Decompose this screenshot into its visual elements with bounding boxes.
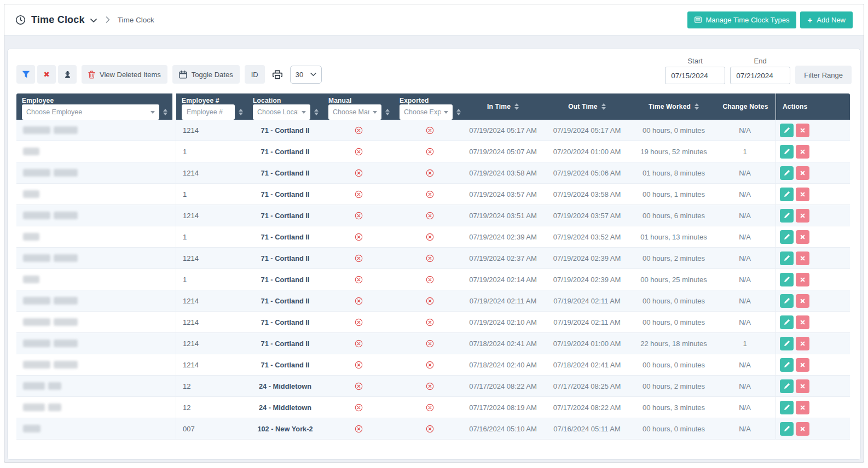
employee-number-cell: 007: [176, 418, 247, 439]
module-title-dropdown[interactable]: Time Clock: [15, 14, 97, 26]
out-time-cell: 07/20/2024 01:00 AM: [541, 141, 633, 162]
chevron-down-icon: [373, 111, 377, 114]
edit-button[interactable]: [780, 273, 794, 286]
time-worked-cell: 00 hours, 0 minutes: [633, 290, 714, 311]
edit-button[interactable]: [780, 209, 794, 223]
table-header-row: Employee Choose Employee Employee #: [16, 93, 850, 120]
chevron-down-icon: [444, 111, 448, 114]
x-icon: [800, 234, 806, 240]
delete-button[interactable]: [796, 166, 809, 180]
edit-button[interactable]: [780, 230, 794, 244]
employee-number-sort-icon[interactable]: [239, 109, 243, 115]
delete-button[interactable]: [796, 124, 809, 137]
add-new-button[interactable]: + Add New: [800, 11, 853, 28]
edit-button[interactable]: [780, 145, 794, 159]
times-circle-icon: [355, 126, 363, 134]
manage-button-label: Manage Time Clock Types: [706, 16, 790, 24]
location-sort-icon[interactable]: [314, 109, 319, 115]
delete-button[interactable]: [796, 379, 809, 393]
table-row: 1214 71 - Cortland II 07/19/2024 02:10 A…: [16, 312, 850, 333]
toggle-dates-button[interactable]: Toggle Dates: [172, 65, 240, 84]
id-button[interactable]: ID: [245, 65, 265, 84]
delete-button[interactable]: [796, 315, 809, 329]
time-worked-sort-icon[interactable]: [695, 103, 699, 110]
exported-filter-placeholder: Choose Exp...: [404, 108, 441, 116]
x-icon: [800, 298, 806, 304]
delete-button[interactable]: [796, 422, 809, 436]
employee-name-redacted: [16, 141, 176, 162]
delete-button[interactable]: [796, 145, 809, 159]
view-deleted-items-button[interactable]: View Deleted Items: [82, 65, 167, 84]
employee-name-redacted: [16, 120, 176, 141]
edit-button[interactable]: [780, 422, 794, 436]
location-filter-select[interactable]: Choose Locat...: [253, 104, 310, 120]
edit-button[interactable]: [780, 124, 794, 137]
pencil-icon: [784, 404, 790, 411]
change-notes-cell: N/A: [714, 226, 776, 247]
edit-button[interactable]: [780, 294, 794, 308]
employee-number-cell: 1: [176, 226, 247, 247]
delete-button[interactable]: [796, 209, 809, 223]
times-circle-icon: [426, 169, 434, 177]
filter-button[interactable]: [16, 65, 35, 84]
edit-button[interactable]: [780, 315, 794, 329]
employee-filter-placeholder: Choose Employee: [26, 108, 82, 116]
time-worked-cell: 00 hours, 2 minutes: [633, 376, 714, 396]
employee-number-cell: 1214: [176, 205, 247, 226]
employee-sort-icon[interactable]: [163, 109, 167, 115]
pencil-icon: [784, 297, 790, 304]
in-time-sort-icon[interactable]: [514, 103, 519, 110]
toolbar-right-group: Start End Filter Range: [665, 57, 852, 84]
delete-button[interactable]: [796, 230, 809, 244]
employee-name-redacted: [16, 397, 176, 418]
delete-button[interactable]: [796, 273, 809, 286]
column-header-in-time[interactable]: In Time: [465, 93, 541, 120]
employee-number-cell: 1214: [176, 290, 247, 311]
end-date-input[interactable]: [730, 67, 790, 84]
delete-button[interactable]: [796, 294, 809, 308]
times-circle-icon: [355, 190, 363, 198]
end-date-label: End: [754, 57, 767, 65]
exported-status-cell: [394, 418, 465, 439]
print-button[interactable]: [273, 70, 282, 79]
edit-button[interactable]: [780, 188, 794, 201]
edit-button[interactable]: [780, 337, 794, 350]
user-secret-button[interactable]: [58, 65, 77, 84]
employee-filter-select[interactable]: Choose Employee: [22, 104, 159, 120]
column-header-time-worked[interactable]: Time Worked: [633, 93, 714, 120]
employee-number-filter-input[interactable]: [182, 104, 235, 120]
actions-cell: [776, 162, 850, 183]
delete-button[interactable]: [796, 188, 809, 201]
exported-filter-select[interactable]: Choose Exp...: [400, 104, 453, 120]
change-notes-cell: N/A: [714, 248, 776, 268]
delete-button[interactable]: [796, 401, 809, 414]
page-size-select[interactable]: 30: [290, 66, 322, 84]
out-time-sort-icon[interactable]: [601, 103, 606, 110]
delete-button[interactable]: [796, 251, 809, 265]
edit-button[interactable]: [780, 251, 794, 265]
manual-filter-select[interactable]: Choose Man...: [328, 104, 381, 120]
x-icon: [800, 170, 806, 176]
actions-cell: [776, 184, 850, 204]
edit-button[interactable]: [780, 379, 794, 393]
exported-sort-icon[interactable]: [456, 109, 461, 115]
times-circle-icon: [426, 276, 434, 284]
table-row: 1 71 - Cortland II 07/19/2024 05:07 AM 0…: [16, 141, 850, 162]
start-date-input[interactable]: [665, 67, 725, 84]
in-time-cell: 07/18/2024 02:41 AM: [465, 333, 541, 354]
delete-button[interactable]: [796, 337, 809, 350]
filter-range-button[interactable]: Filter Range: [795, 66, 852, 84]
print-icon: [273, 70, 282, 79]
edit-button[interactable]: [780, 358, 794, 372]
column-header-out-time[interactable]: Out Time: [541, 93, 633, 120]
edit-button[interactable]: [780, 401, 794, 414]
delete-button[interactable]: [796, 358, 809, 372]
manual-column-label: Manual: [328, 97, 390, 104]
edit-button[interactable]: [780, 166, 794, 180]
manual-sort-icon[interactable]: [385, 109, 390, 115]
manage-time-clock-types-button[interactable]: Manage Time Clock Types: [687, 11, 797, 28]
times-circle-icon: [355, 403, 363, 412]
location-cell: 71 - Cortland II: [247, 269, 323, 290]
clear-filter-button[interactable]: ✖: [37, 65, 56, 84]
manual-status-cell: [323, 418, 394, 439]
